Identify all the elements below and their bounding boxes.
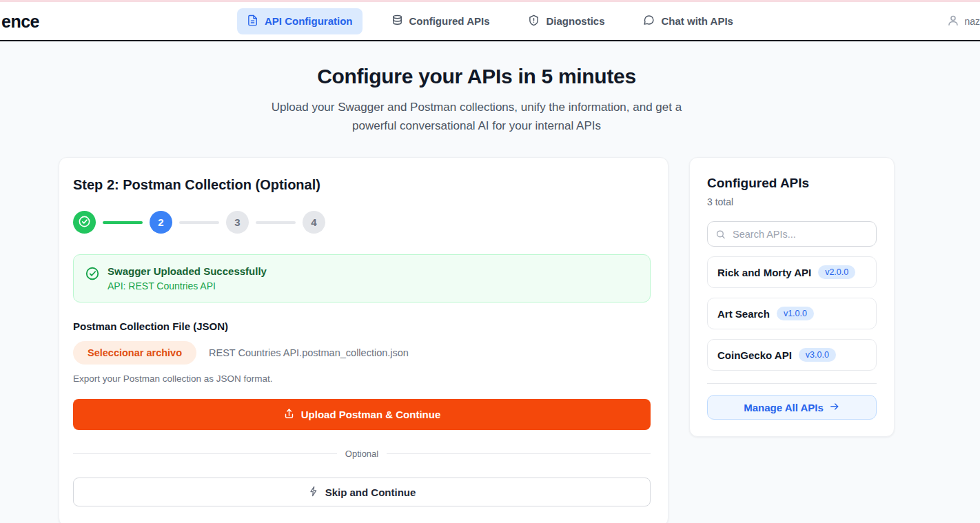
user-icon — [947, 14, 959, 28]
skip-continue-button[interactable]: Skip and Continue — [73, 478, 651, 506]
optional-divider: Optional — [73, 449, 651, 459]
search-input[interactable] — [707, 221, 877, 247]
success-alert-title: Swagger Uploaded Successfully — [108, 265, 267, 277]
tab-label: Chat with APIs — [662, 15, 733, 27]
skip-button-label: Skip and Continue — [325, 486, 416, 498]
database-icon — [391, 14, 403, 28]
page-subtitle: Upload your Swagger and Postman collecti… — [253, 98, 701, 135]
step-4[interactable]: 4 — [303, 211, 325, 234]
api-list-item[interactable]: CoinGecko API v3.0.0 — [707, 339, 877, 371]
wizard-card: Step 2: Postman Collection (Optional) 2 … — [59, 157, 668, 523]
manage-button-label: Manage All APIs — [744, 402, 824, 413]
user-name: naz — [964, 16, 980, 27]
tab-api-configuration[interactable]: API Configuration — [237, 8, 363, 34]
tab-diagnostics[interactable]: Diagnostics — [518, 8, 614, 34]
hero-section: Configure your APIs in 5 minutes Upload … — [59, 65, 895, 135]
tab-chat-with-apis[interactable]: Chat with APIs — [634, 8, 743, 34]
optional-divider-label: Optional — [337, 449, 387, 459]
upload-postman-button[interactable]: Upload Postman & Continue — [73, 399, 651, 430]
tab-label: Diagnostics — [546, 15, 604, 27]
chat-bubble-icon — [644, 14, 655, 28]
page-title: Configure your APIs in 5 minutes — [59, 65, 895, 88]
api-count: 3 total — [707, 196, 877, 207]
step-connector — [103, 221, 143, 224]
upload-icon — [283, 408, 295, 422]
main-nav: API Configuration Configured APIs Diagno… — [237, 8, 743, 34]
step-connector — [179, 221, 219, 224]
step-1-complete[interactable] — [73, 211, 96, 234]
step-connector — [256, 221, 296, 224]
tab-label: Configured APIs — [409, 15, 490, 27]
version-badge: v2.0.0 — [818, 265, 855, 279]
choose-file-button[interactable]: Seleccionar archivo — [73, 341, 196, 365]
api-list-item[interactable]: Art Search v1.0.0 — [707, 298, 877, 329]
api-search — [707, 221, 877, 247]
upload-button-label: Upload Postman & Continue — [301, 409, 441, 420]
wizard-title: Step 2: Postman Collection (Optional) — [73, 177, 651, 193]
arrow-right-icon — [829, 401, 840, 414]
version-badge: v1.0.0 — [777, 307, 814, 320]
tab-label: API Configuration — [265, 15, 353, 27]
api-name: Rick and Morty API — [717, 267, 811, 278]
file-field-label: Postman Collection File (JSON) — [73, 320, 651, 332]
file-text-icon — [247, 14, 258, 28]
step-3[interactable]: 3 — [226, 211, 249, 234]
selected-file-name: REST Countries API.postman_collection.js… — [209, 347, 409, 358]
user-menu[interactable]: naz — [947, 14, 980, 28]
check-circle-icon — [85, 265, 100, 284]
brand-logo[interactable]: ence — [1, 11, 39, 31]
shield-alert-icon — [528, 14, 540, 28]
success-alert-subtitle: API: REST Countries API — [108, 280, 267, 291]
api-name: Art Search — [717, 308, 770, 320]
wizard-stepper: 2 3 4 — [73, 211, 651, 234]
sidebar-divider — [707, 383, 877, 384]
manage-all-apis-button[interactable]: Manage All APIs — [707, 395, 877, 420]
sidebar-title: Configured APIs — [707, 176, 877, 191]
file-help-text: Export your Postman collection as JSON f… — [73, 373, 651, 384]
app-header: ence API Configuration Configured APIs D… — [0, 2, 980, 41]
lightning-icon — [308, 486, 319, 499]
success-alert: Swagger Uploaded Successfully API: REST … — [73, 254, 651, 302]
api-name: CoinGecko API — [717, 349, 792, 361]
step-2-active[interactable]: 2 — [150, 211, 172, 234]
version-badge: v3.0.0 — [799, 348, 836, 362]
configured-apis-card: Configured APIs 3 total Rick and Morty A… — [689, 157, 895, 437]
file-input-row: Seleccionar archivo REST Countries API.p… — [73, 341, 651, 365]
tab-configured-apis[interactable]: Configured APIs — [382, 8, 500, 34]
api-list-item[interactable]: Rick and Morty API v2.0.0 — [707, 256, 877, 288]
check-circle-icon — [78, 215, 91, 230]
